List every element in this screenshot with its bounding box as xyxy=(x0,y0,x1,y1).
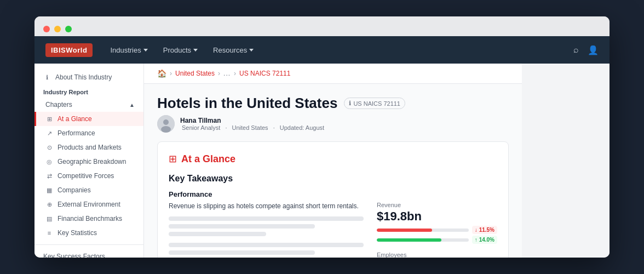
navbar: IBISWorld Industries Products Resources … xyxy=(34,36,610,64)
info-icon: ℹ xyxy=(43,73,51,81)
skeleton-1 xyxy=(169,216,364,221)
author-meta: Senior Analyst · United States · Updated… xyxy=(180,124,326,131)
sidebar-item-financial[interactable]: ▤ Financial Benchmarks xyxy=(34,212,143,226)
takeaways-title: Key Takeaways xyxy=(169,174,497,184)
skeleton-2 xyxy=(169,224,315,229)
chart-line-icon: ↗ xyxy=(45,129,53,137)
glance-icon: ⊞ xyxy=(169,153,177,165)
breadcrumb-us[interactable]: United States xyxy=(175,70,215,77)
bar-fill-red-1 xyxy=(377,229,432,232)
search-icon[interactable]: ⌕ xyxy=(573,45,579,55)
glance-title: At a Glance xyxy=(181,153,235,165)
breadcrumb-current: US NAICS 72111 xyxy=(239,70,290,77)
browser-window: IBISWorld Industries Products Resources … xyxy=(34,16,610,258)
main-panel: 🏠 › United States › ... › US NAICS 72111… xyxy=(144,64,522,258)
nav-actions: ⌕ 👤 xyxy=(573,45,599,55)
chevron-up-icon: ▲ xyxy=(129,102,135,108)
glance-card: ⊞ At a Glance Key Takeaways Performance … xyxy=(157,141,509,258)
breadcrumb-sep-1: › xyxy=(170,70,172,77)
skeleton-4 xyxy=(169,243,364,247)
sidebar-key-success[interactable]: Key Success Factors xyxy=(34,249,143,258)
chevron-down-icon xyxy=(143,49,148,52)
performance-label: Performance xyxy=(169,190,497,198)
globe-icon: ⊙ xyxy=(45,144,53,151)
logo[interactable]: IBISWorld xyxy=(45,43,93,57)
traffic-light-yellow[interactable] xyxy=(54,26,61,32)
chapters-toggle[interactable]: Chapters ▲ xyxy=(34,98,143,112)
list-icon: ≡ xyxy=(45,229,53,237)
browser-chrome xyxy=(34,16,610,36)
badge-revenue-up: ↑ 14.0% xyxy=(472,236,497,244)
naics-badge: ℹ US NAICS 72111 xyxy=(344,98,405,109)
nav-links: Industries Products Resources xyxy=(110,46,556,54)
sidebar-item-external[interactable]: ⊕ External Environment xyxy=(34,197,143,212)
sidebar-item-competitive[interactable]: ⇄ Competitive Forces xyxy=(34,169,143,183)
grid-icon: ⊞ xyxy=(45,115,53,123)
stat-bar-row-1: ↓ 11.5% xyxy=(377,226,497,234)
sidebar-item-companies[interactable]: ▦ Companies xyxy=(34,183,143,197)
breadcrumb-dots[interactable]: ... xyxy=(223,70,231,77)
glance-header: ⊞ At a Glance xyxy=(169,153,497,165)
sidebar-item-at-a-glance[interactable]: ⊞ At a Glance xyxy=(34,112,143,126)
author-name: Hana Tillman xyxy=(180,117,326,124)
svg-point-1 xyxy=(163,119,169,125)
info-circle-icon: ℹ xyxy=(349,100,351,107)
skeleton-5 xyxy=(169,250,315,255)
stat-revenue-bars: ↓ 11.5% ↑ 14.0% xyxy=(377,226,497,244)
avatar xyxy=(157,115,175,133)
sidebar-about[interactable]: ℹ About This Industry xyxy=(34,70,143,84)
breadcrumb-sep-2: › xyxy=(218,70,220,77)
sidebar-report-label: Industry Report xyxy=(34,84,143,98)
stat-bar-row-2: ↑ 14.0% xyxy=(377,236,497,244)
sidebar-divider xyxy=(34,244,143,245)
map-icon: ◎ xyxy=(45,158,53,165)
author-row: Hana Tillman Senior Analyst · United Sta… xyxy=(157,115,509,133)
arrows-icon: ⇄ xyxy=(45,172,53,180)
sidebar-item-performance[interactable]: ↗ Performance xyxy=(34,126,143,140)
glance-body: Revenue is slipping as hotels compete ag… xyxy=(169,202,497,258)
traffic-light-red[interactable] xyxy=(43,26,50,32)
bar-fill-green-1 xyxy=(377,238,441,242)
bar-bg-1 xyxy=(377,229,469,232)
table-icon: ▤ xyxy=(45,215,53,222)
sidebar-item-geographic[interactable]: ◎ Geographic Breakdown xyxy=(34,155,143,169)
chevron-down-icon xyxy=(193,49,198,52)
user-icon[interactable]: 👤 xyxy=(588,45,599,55)
sidebar: ℹ About This Industry Industry Report Ch… xyxy=(34,64,144,258)
external-icon: ⊕ xyxy=(45,201,53,208)
bar-bg-2 xyxy=(377,238,469,242)
page-title-row: Hotels in the United States ℹ US NAICS 7… xyxy=(157,95,509,112)
content-inner: Hotels in the United States ℹ US NAICS 7… xyxy=(144,84,522,258)
badge-revenue-down: ↓ 11.5% xyxy=(472,226,497,234)
stat-employees-label: Employees xyxy=(377,252,497,258)
author-info: Hana Tillman Senior Analyst · United Sta… xyxy=(180,117,326,131)
building-icon: ▦ xyxy=(45,186,53,194)
glance-description: Revenue is slipping as hotels compete ag… xyxy=(169,202,364,211)
nav-resources[interactable]: Resources xyxy=(213,46,254,54)
nav-products[interactable]: Products xyxy=(163,46,198,54)
svg-point-2 xyxy=(161,126,171,133)
nav-industries[interactable]: Industries xyxy=(110,46,147,54)
chevron-down-icon xyxy=(249,49,254,52)
breadcrumb-sep-3: › xyxy=(234,70,236,77)
stat-revenue-label: Revenue xyxy=(377,202,497,208)
page-title: Hotels in the United States xyxy=(157,95,337,112)
stat-revenue: Revenue $19.8bn ↓ 11.5% xyxy=(377,202,497,244)
right-panel xyxy=(522,64,610,258)
sidebar-item-products-markets[interactable]: ⊙ Products and Markets xyxy=(34,140,143,155)
breadcrumb: 🏠 › United States › ... › US NAICS 72111 xyxy=(144,64,522,84)
skeleton-3 xyxy=(169,232,266,236)
stat-employees: Employees 198,460 ↓ 9.0% xyxy=(377,252,497,258)
home-icon[interactable]: 🏠 xyxy=(157,69,166,78)
traffic-light-green[interactable] xyxy=(65,26,72,32)
sidebar-item-key-stats[interactable]: ≡ Key Statistics xyxy=(34,226,143,240)
glance-left: Revenue is slipping as hotels compete ag… xyxy=(169,202,364,258)
stat-revenue-value: $19.8bn xyxy=(377,209,497,224)
glance-right: Revenue $19.8bn ↓ 11.5% xyxy=(377,202,497,258)
content-area: ℹ About This Industry Industry Report Ch… xyxy=(34,64,610,258)
